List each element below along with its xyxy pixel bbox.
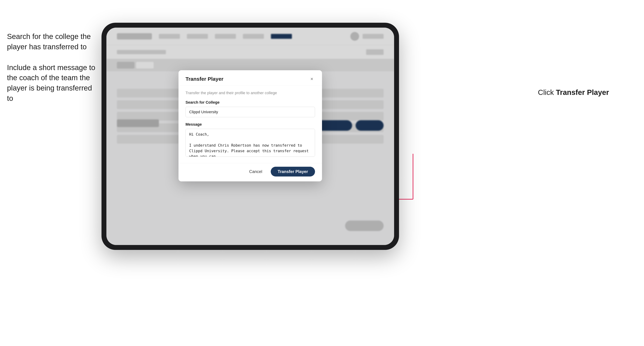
dialog-footer: Cancel Transfer Player (178, 163, 322, 181)
transfer-player-button[interactable]: Transfer Player (271, 167, 315, 176)
annotation-message-text: Include a short message to the coach of … (7, 63, 98, 104)
annotation-click-label: Click (538, 88, 556, 96)
tablet-frame: Transfer Player × Transfer the player an… (102, 23, 399, 250)
dialog-title: Transfer Player (186, 76, 224, 82)
dialog-body: Transfer the player and their profile to… (178, 86, 322, 163)
dialog-header: Transfer Player × (178, 70, 322, 86)
left-annotations: Search for the college the player has tr… (7, 31, 98, 114)
search-college-input[interactable] (186, 107, 315, 117)
message-label: Message (186, 122, 315, 127)
transfer-player-dialog: Transfer Player × Transfer the player an… (178, 70, 322, 181)
message-textarea[interactable]: Hi Coach, I understand Chris Robertson h… (186, 129, 315, 157)
annotation-right-text: Click Transfer Player (538, 87, 609, 98)
right-annotation: Click Transfer Player (538, 87, 609, 108)
modal-overlay: Transfer Player × Transfer the player an… (106, 28, 394, 245)
search-college-label: Search for College (186, 100, 315, 105)
cancel-button[interactable]: Cancel (245, 167, 266, 176)
annotation-search-text: Search for the college the player has tr… (7, 31, 98, 52)
annotation-transfer-bold: Transfer Player (556, 88, 609, 96)
dialog-description: Transfer the player and their profile to… (186, 91, 315, 95)
dialog-close-button[interactable]: × (309, 76, 315, 82)
tablet-screen: Transfer Player × Transfer the player an… (106, 28, 394, 245)
